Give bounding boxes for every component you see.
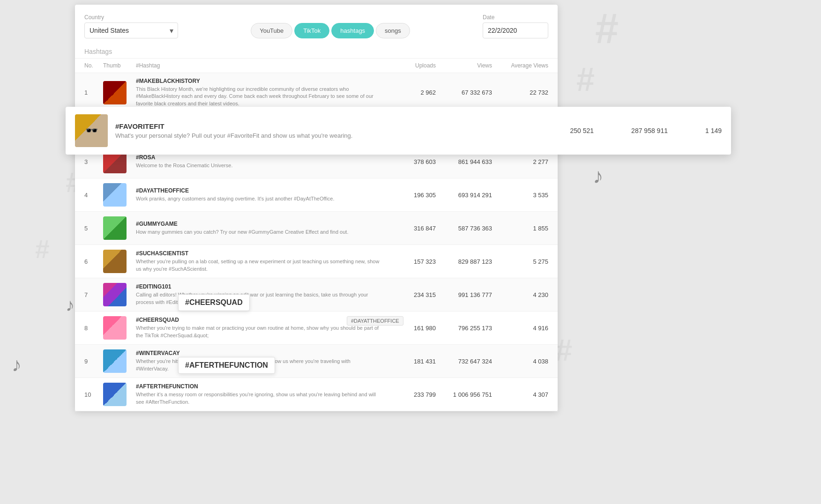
avg-views: 1 855 — [492, 225, 548, 232]
table-row[interactable]: 6 #SUCHASCIENTIST Whether you're pulling… — [75, 245, 558, 278]
views: 861 944 633 — [436, 158, 492, 165]
tab-tiktok[interactable]: TikTok — [294, 23, 329, 38]
table-row[interactable]: 9 #WINTERVACAY Whether you're hitting th… — [75, 345, 558, 378]
thumbnail — [103, 81, 127, 104]
tab-youtube[interactable]: YouTube — [251, 23, 292, 38]
tab-songs[interactable]: songs — [376, 23, 410, 38]
row-num: 4 — [84, 192, 103, 199]
bg-hash-2: # — [576, 61, 595, 98]
avg-views: 22 732 — [492, 89, 548, 96]
popup-avatar: 🕶️ — [75, 114, 108, 147]
hashtag-info: #GUMMYGAME How many gummies can you catc… — [136, 221, 384, 236]
hashtag-info: #EDITING101 Calling all editors! Whether… — [136, 283, 384, 306]
hashtag-desc: Whether you're trying to make mat or pra… — [136, 325, 384, 339]
hashtag-info: #SUCHASCIENTIST Whether you're pulling o… — [136, 250, 384, 273]
thumbnail — [103, 316, 127, 340]
popup-desc: What's your personal style? Pull out you… — [115, 132, 570, 139]
views: 693 914 291 — [436, 192, 492, 199]
bg-note-2: ♪ — [66, 295, 75, 315]
section-title: Hashtags — [75, 43, 558, 58]
uploads: 234 315 — [384, 291, 436, 298]
col-avg-views: Average Views — [492, 62, 548, 69]
hashtag-info: #MAKEBLACKHISTORY This Black History Mon… — [136, 78, 384, 107]
uploads: 233 799 — [384, 391, 436, 398]
col-thumb: Thumb — [103, 62, 136, 69]
uploads: 181 431 — [384, 358, 436, 365]
row-num: 1 — [84, 89, 103, 96]
table-row[interactable]: 8 #CHEERSQUAD Whether you're trying to m… — [75, 311, 558, 345]
hashtag-info: #DAYATTHEOFFICE Work pranks, angry custo… — [136, 187, 384, 202]
popup-views: 287 958 911 — [631, 127, 668, 134]
uploads: 316 847 — [384, 225, 436, 232]
views: 67 332 673 — [436, 89, 492, 96]
views: 796 255 173 — [436, 325, 492, 332]
views: 732 647 324 — [436, 358, 492, 365]
date-input[interactable] — [483, 22, 548, 38]
avg-views: 3 535 — [492, 192, 548, 199]
avg-views: 4 307 — [492, 391, 548, 398]
thumbnail — [103, 349, 127, 373]
bg-note-1: ♪ — [593, 164, 604, 188]
bg-note-3: ♪ — [12, 354, 22, 376]
hashtag-name: #GUMMYGAME — [136, 221, 384, 227]
main-panel: Country United States YouTube TikTok has… — [75, 5, 558, 411]
avg-views: 4 230 — [492, 291, 548, 298]
hashtag-name: #SUCHASCIENTIST — [136, 250, 384, 257]
hashtag-name: #DAYATTHEOFFICE — [136, 187, 384, 194]
bg-hash-5: # — [555, 333, 572, 368]
hashtag-name: #EDITING101 — [136, 283, 384, 290]
views: 587 736 363 — [436, 225, 492, 232]
thumbnail — [103, 250, 127, 273]
country-section: Country United States — [84, 14, 178, 38]
row-num: 9 — [84, 358, 103, 365]
hashtag-info: #AFTERTHEFUNCTION Whether it's a messy r… — [136, 383, 384, 406]
hashtag-name: #ROSA — [136, 154, 384, 161]
hashtag-desc: Calling all editors! Whether you're winn… — [136, 291, 384, 306]
table-header: No. Thumb #Hashtag Uploads Views Average… — [75, 58, 558, 73]
avg-views: 5 275 — [492, 258, 548, 265]
uploads: 196 305 — [384, 192, 436, 199]
hashtag-desc: Whether you're pulling on a lab coat, se… — [136, 258, 384, 273]
row-num: 6 — [84, 258, 103, 265]
thumbnail — [103, 383, 127, 406]
row-num: 8 — [84, 325, 103, 332]
date-label: Date — [483, 14, 548, 21]
avg-views: 4 038 — [492, 358, 548, 365]
cheersquad-label: #CHEERSQUAD — [185, 298, 243, 306]
table-row[interactable]: 10 #AFTERTHEFUNCTION Whether it's a mess… — [75, 378, 558, 411]
hashtag-desc: This Black History Month, we're highligh… — [136, 86, 384, 107]
country-label: Country — [84, 14, 178, 21]
hashtag-name: #WINTERVACAY — [136, 350, 384, 356]
uploads: 378 603 — [384, 158, 436, 165]
uploads: 157 323 — [384, 258, 436, 265]
popup-content: #FAVORITEFIT What's your personal style?… — [115, 122, 570, 139]
popup-tag: #FAVORITEFIT — [115, 122, 570, 130]
col-views: Views — [436, 62, 492, 69]
tooltip-cheersquad: #CHEERSQUAD — [178, 294, 250, 311]
table-row[interactable]: 4 #DAYATTHEOFFICE Work pranks, angry cus… — [75, 178, 558, 212]
table-row[interactable]: 5 #GUMMYGAME How many gummies can you ca… — [75, 212, 558, 245]
date-section: Date — [483, 14, 548, 38]
views: 991 136 777 — [436, 291, 492, 298]
avg-views: 4 916 — [492, 325, 548, 332]
bg-hash-1: # — [595, 5, 619, 53]
tooltip-afterthefunction: #AFTERTHEFUNCTION — [178, 357, 275, 374]
hashtag-info: #ROSA Welcome to the Rosa Cinematic Univ… — [136, 154, 384, 169]
country-select[interactable]: United States — [84, 22, 178, 38]
avg-views: 2 277 — [492, 158, 548, 165]
row-num: 7 — [84, 291, 103, 298]
hashtag-desc: Welcome to the Rosa Cinematic Universe. — [136, 162, 384, 169]
col-no: No. — [84, 62, 103, 69]
hashtag-desc: How many gummies can you catch? Try our … — [136, 229, 384, 236]
dayattheoffice-badge-label: #DAYATTHEOFFICE — [351, 318, 399, 324]
table-row[interactable]: 7 #EDITING101 Calling all editors! Wheth… — [75, 278, 558, 311]
badge-dayattheoffice: #DAYATTHEOFFICE — [347, 316, 403, 326]
row-num: 5 — [84, 225, 103, 232]
col-hashtag: #Hashtag — [136, 62, 384, 69]
popup-favoritefit: 🕶️ #FAVORITEFIT What's your personal sty… — [66, 107, 731, 155]
tab-hashtags[interactable]: hashtags — [331, 23, 374, 38]
popup-stats: 250 521 287 958 911 1 149 — [570, 127, 722, 134]
hashtag-name: #MAKEBLACKHISTORY — [136, 78, 384, 84]
thumbnail — [103, 216, 127, 240]
bg-hash-4: # — [35, 234, 50, 264]
